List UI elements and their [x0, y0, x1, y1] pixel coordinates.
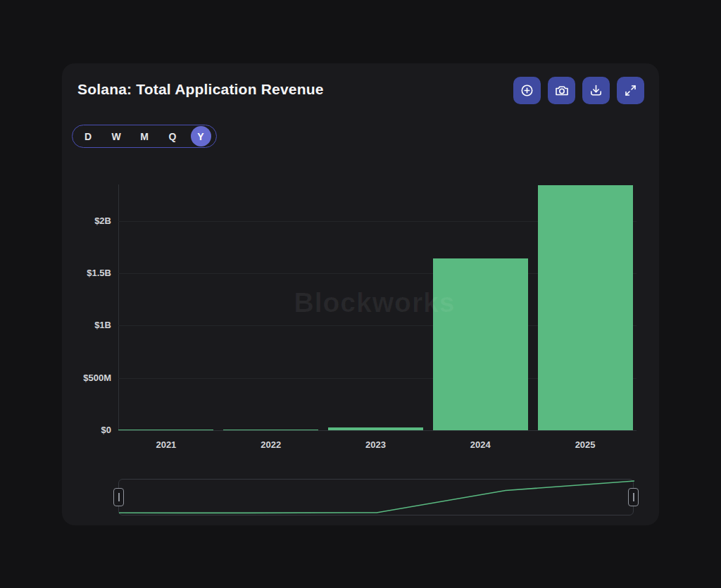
y-axis-label: $2B: [66, 215, 111, 226]
x-axis-label-2022: 2022: [239, 439, 303, 450]
chart-navigator[interactable]: [118, 479, 634, 515]
x-axis-label-2021: 2021: [134, 439, 198, 450]
x-axis-label-2024: 2024: [449, 439, 512, 450]
bar-2024[interactable]: [433, 258, 528, 430]
x-axis-label-2023: 2023: [344, 439, 408, 450]
chart-card: Solana: Total Application Revenue: [62, 63, 659, 525]
bar-2022[interactable]: [223, 430, 318, 430]
y-axis-label: $1.5B: [66, 268, 111, 278]
bar-2023[interactable]: [328, 427, 423, 430]
bar-2025[interactable]: [538, 185, 633, 430]
x-axis-line: [118, 430, 637, 431]
navigator-line: [119, 480, 634, 516]
y-axis-label: $0: [66, 425, 111, 435]
y-axis-label: $500M: [66, 373, 111, 383]
y-axis-label: $1B: [66, 320, 111, 330]
bar-2021[interactable]: [118, 430, 213, 430]
navigator-left-handle[interactable]: [113, 488, 124, 506]
x-axis-label-2025: 2025: [553, 439, 617, 450]
chart-plot-area: Blockworks $0$500M$1B$1.5B$2B20212022202…: [62, 63, 659, 525]
navigator-right-handle[interactable]: [628, 488, 639, 506]
